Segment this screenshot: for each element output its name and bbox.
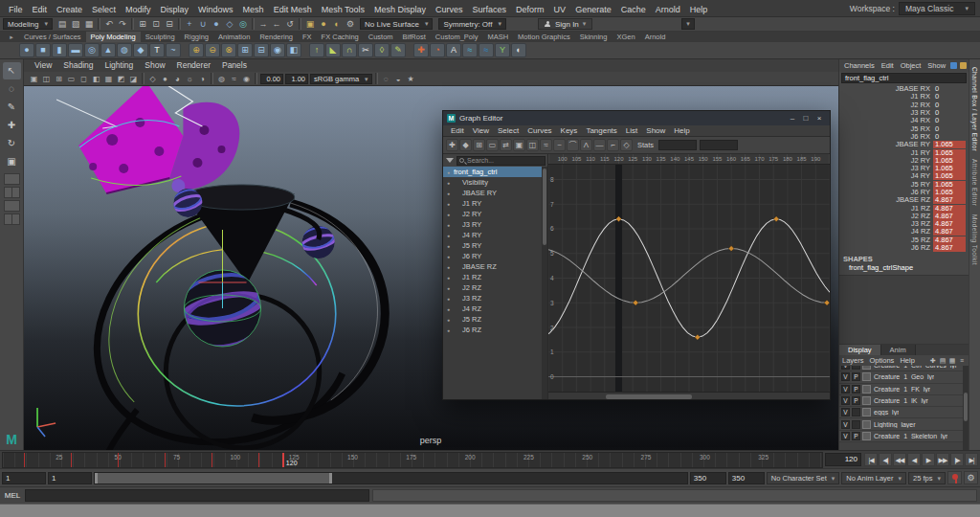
current-time-marker[interactable] [282,453,284,467]
viewport-menu-show[interactable]: Show [140,59,169,72]
keyframe-tick[interactable] [258,453,259,467]
channel-name[interactable]: J1 RZ [839,205,933,213]
vp-shadows-icon[interactable]: ◑ [196,75,209,83]
layer-playback-toggle[interactable] [852,408,860,416]
lasso-select-tool[interactable]: ◌ [3,80,21,98]
shelf-tab-fx[interactable]: FX [298,32,317,42]
poly-text-icon[interactable]: T [149,43,165,57]
channel-dot-icon[interactable]: ● [443,327,454,333]
ge-outliner-row[interactable]: ●J3 RY [443,219,547,230]
ge-menu-view[interactable]: View [469,125,493,136]
ge-menu-edit[interactable]: Edit [447,125,468,136]
poly-cylinder-icon[interactable]: ▮ [52,43,67,57]
make-live-icon[interactable]: ◎ [236,18,250,31]
channel-name[interactable]: J3 RX [839,109,933,117]
snap-grid-icon[interactable]: + [183,18,196,31]
ge-menu-keys[interactable]: Keys [557,125,582,136]
ge-move-keys-icon[interactable]: ✚ [446,139,458,151]
stats-value-field[interactable] [700,140,738,150]
bridge-icon[interactable]: ∩ [342,43,357,57]
outliner-scrollbar[interactable] [542,167,547,399]
menu-create[interactable]: Create [52,2,87,18]
menu-arnold[interactable]: Arnold [651,2,685,18]
menu-deform[interactable]: Deform [511,2,549,18]
shelf-tab-bifrost[interactable]: BifRost [398,32,431,42]
ge-flat-tangents-icon[interactable]: — [593,139,606,151]
keyframe-tick[interactable] [118,453,119,467]
mirror-icon[interactable]: ◧ [286,43,301,57]
channel-name[interactable]: J1 RX [839,93,933,101]
ge-outliner-row[interactable]: ●J2 RY [443,209,547,219]
object-name-field[interactable]: front_flag_ctrl [841,73,967,83]
channel-dot-icon[interactable]: ● [443,264,454,270]
channel-dot-icon[interactable]: ● [443,233,454,238]
live-surface-dropdown[interactable]: No Live Surface ▾ [360,18,433,30]
ge-region-tool-icon[interactable]: ▭ [486,139,499,151]
ge-auto-tangents-icon[interactable]: ≈ [540,139,552,151]
vp-resolution-gate-icon[interactable]: ◻ [78,75,90,83]
channel-dot-icon[interactable]: ● [443,285,454,291]
ocean-icon[interactable]: ≈ [479,43,494,57]
layer-menu-options[interactable]: Options [867,355,898,366]
layer-color-swatch[interactable] [862,420,871,429]
ge-outliner-row[interactable]: ●J3 RZ [443,293,547,303]
minimize-button[interactable]: – [786,114,799,123]
layer-row[interactable]: VPCreature_1_IK_lyr [839,395,969,407]
quad-draw-icon[interactable]: ✎ [390,43,406,57]
layer-name[interactable]: Creature_1_FK_lyr [871,386,930,393]
type-tool-icon[interactable]: A [446,43,461,57]
shelf-tab-custom-poly[interactable]: Custom_Poly [431,32,483,42]
layer-editor-icon[interactable] [960,62,967,69]
vp-lights-icon[interactable]: ☼ [184,75,196,83]
layer-move-up-icon[interactable]: ✚ [928,355,938,366]
boolean-intersection-icon[interactable]: ⊗ [221,43,236,57]
menu-file[interactable]: File [4,2,28,18]
xgen-icon[interactable]: Y [495,43,510,57]
snap-plane-icon[interactable]: ◇ [223,18,236,31]
vp-safe-action-icon[interactable]: ◩ [115,75,127,83]
paint-select-tool[interactable]: ✎ [3,99,21,116]
ge-plateau-tangents-icon[interactable]: ◇ [620,139,633,151]
boolean-difference-icon[interactable]: ⊖ [205,43,220,57]
poly-cone-icon[interactable]: ▲ [100,43,116,57]
redo-icon[interactable]: ↷ [116,18,129,31]
layer-name[interactable]: Creature_1_Skeleton_lyr [871,433,947,439]
menu-windows[interactable]: Windows [193,2,238,18]
channel-name[interactable]: J2 RZ [839,213,933,220]
scrollbar-thumb[interactable] [964,393,968,421]
layer-new-icon[interactable]: ▤ [938,355,947,366]
sidebar-tab-channel-box-layer-editor[interactable]: Channel Box / Layer Editor [971,67,978,151]
ge-menu-list[interactable]: List [622,125,641,136]
stats-frame-field[interactable] [658,140,697,150]
channel-box-icon[interactable] [950,62,957,69]
ge-outliner-row[interactable]: ●J1 RZ [443,272,547,282]
workspace-dropdown[interactable]: Maya Classic ▾ [899,2,975,15]
select-mask-component-icon[interactable]: ⊟ [163,18,176,31]
playback-end-field[interactable]: 350 [690,472,726,484]
open-scene-icon[interactable]: ▧ [69,18,82,31]
output-connections-icon[interactable]: ← [270,18,283,31]
bifrost-icon[interactable]: ≈ [462,43,478,57]
layer-name[interactable]: eggs_lyr [871,409,899,416]
viewport-menu-shading[interactable]: Shading [58,59,98,72]
viewport-menu-view[interactable]: View [30,59,56,72]
scrollbar-thumb[interactable] [606,394,692,399]
channel-dot-icon[interactable]: ● [443,222,454,228]
sweep-mesh-icon[interactable]: ~ [166,43,181,57]
vp-grid-icon[interactable]: ⊞ [53,75,65,83]
ge-frame-all-icon[interactable]: ▣ [513,139,525,151]
bevel-icon[interactable]: ◣ [325,43,341,57]
command-input[interactable] [25,489,369,502]
vp-field-chart-icon[interactable]: ▦ [102,75,115,83]
layer-color-swatch[interactable] [862,372,871,381]
shelf-menu-icon[interactable]: ▸ [4,32,19,42]
menu-surfaces[interactable]: Surfaces [468,2,512,18]
target-weld-icon[interactable]: ◊ [374,43,390,57]
channel-dot-icon[interactable]: ● [443,243,454,249]
menu-set-selector[interactable]: Modeling ▾ [3,18,53,30]
keyframe-tick[interactable] [212,453,212,467]
channel-dot-icon[interactable]: ● [443,212,454,217]
channel-name[interactable]: J3 RZ [839,220,933,228]
channel-name[interactable]: J5 RZ [839,236,933,244]
layer-playback-toggle[interactable] [852,366,860,370]
